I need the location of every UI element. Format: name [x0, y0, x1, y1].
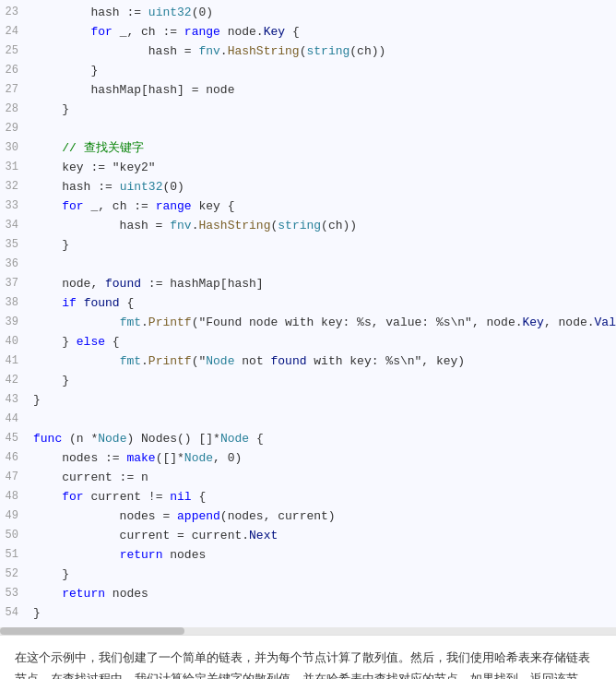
code-line: 46 nodes := make([]*Node, 0): [0, 449, 616, 469]
line-number: 27: [0, 81, 33, 99]
code-line: 42 }: [0, 372, 616, 391]
line-code: } else {: [33, 333, 609, 352]
line-number: 25: [0, 42, 33, 60]
code-line: 23 hash := uint32(0): [0, 4, 616, 23]
code-line: 30 // 查找关键字: [0, 139, 616, 159]
line-number: 49: [0, 507, 33, 525]
line-code: }: [33, 604, 609, 624]
line-code: hash := uint32(0): [33, 4, 609, 23]
line-number: 44: [0, 411, 33, 428]
code-line: 41 fmt.Printf("Node not found with key: …: [0, 352, 616, 372]
line-code: return nodes: [33, 546, 609, 566]
line-code: // 查找关键字: [33, 139, 609, 159]
line-number: 39: [0, 314, 33, 331]
code-line: 39 fmt.Printf("Found node with key: %s, …: [0, 314, 616, 333]
line-code: }: [33, 372, 609, 391]
code-line: 36: [0, 256, 616, 275]
line-code: for _, ch := range key {: [33, 197, 609, 217]
scrollbar[interactable]: [0, 627, 616, 635]
line-number: 47: [0, 469, 33, 486]
code-line: 47 current := n: [0, 469, 616, 488]
line-code: return nodes: [33, 585, 609, 604]
line-number: 35: [0, 236, 33, 254]
code-line: 32 hash := uint32(0): [0, 178, 616, 197]
line-number: 23: [0, 4, 33, 21]
line-code: key := "key2": [33, 159, 609, 178]
line-code: }: [33, 101, 609, 120]
line-number: 29: [0, 120, 33, 137]
code-line: 27 hashMap[hash] = node: [0, 81, 616, 101]
code-line: 43}: [0, 391, 616, 411]
line-number: 30: [0, 139, 33, 157]
line-number: 36: [0, 256, 33, 273]
code-line: 52 }: [0, 566, 616, 585]
code-line: 51 return nodes: [0, 546, 616, 566]
code-line: 54}: [0, 604, 616, 624]
line-number: 42: [0, 372, 33, 389]
code-line: 26 }: [0, 62, 616, 81]
line-code: for _, ch := range node.Key {: [33, 23, 609, 42]
code-line: 45func (n *Node) Nodes() []*Node {: [0, 430, 616, 449]
line-number: 50: [0, 527, 33, 544]
code-line: 31 key := "key2": [0, 159, 616, 178]
code-line: 35 }: [0, 236, 616, 256]
line-number: 37: [0, 275, 33, 292]
line-number: 48: [0, 488, 33, 506]
code-line: 49 nodes = append(nodes, current): [0, 507, 616, 527]
code-line: 48 for current != nil {: [0, 488, 616, 507]
line-code: node, found := hashMap[hash]: [33, 275, 609, 294]
line-number: 38: [0, 294, 33, 312]
line-code: fmt.Printf("Found node with key: %s, val…: [33, 314, 616, 333]
line-number: 24: [0, 23, 33, 41]
line-number: 33: [0, 197, 33, 215]
line-code: hash = fnv.HashString(string(ch)): [33, 217, 609, 236]
line-number: 53: [0, 585, 33, 602]
line-number: 34: [0, 217, 33, 234]
code-line: 29: [0, 120, 616, 139]
code-line: 44: [0, 411, 616, 430]
line-number: 51: [0, 546, 33, 564]
code-line: 40 } else {: [0, 333, 616, 352]
code-line: 53 return nodes: [0, 585, 616, 604]
code-line: 38 if found {: [0, 294, 616, 314]
code-container: 23 hash := uint32(0)24 for _, ch := rang…: [0, 0, 616, 635]
line-code: func (n *Node) Nodes() []*Node {: [33, 430, 609, 449]
line-code: if found {: [33, 294, 609, 314]
line-number: 26: [0, 62, 33, 79]
line-code: hash := uint32(0): [33, 178, 609, 197]
code-line: 34 hash = fnv.HashString(string(ch)): [0, 217, 616, 236]
code-line: 28 }: [0, 101, 616, 120]
line-code: nodes = append(nodes, current): [33, 507, 609, 527]
line-number: 28: [0, 101, 33, 118]
code-line: 24 for _, ch := range node.Key {: [0, 23, 616, 42]
code-line: 37 node, found := hashMap[hash]: [0, 275, 616, 294]
line-number: 45: [0, 430, 33, 447]
line-number: 43: [0, 391, 33, 409]
description-text: 在这个示例中，我们创建了一个简单的链表，并为每个节点计算了散列值。然后，我们使用…: [0, 635, 616, 679]
line-number: 40: [0, 333, 33, 351]
code-line: 50 current = current.Next: [0, 527, 616, 546]
line-number: 32: [0, 178, 33, 196]
line-code: }: [33, 236, 609, 256]
code-block: 23 hash := uint32(0)24 for _, ch := rang…: [0, 0, 616, 627]
line-code: fmt.Printf("Node not found with key: %s\…: [33, 352, 609, 372]
line-code: }: [33, 391, 609, 411]
line-code: hashMap[hash] = node: [33, 81, 609, 101]
line-code: current = current.Next: [33, 527, 609, 546]
line-number: 31: [0, 159, 33, 176]
line-number: 46: [0, 449, 33, 467]
line-code: hash = fnv.HashString(string(ch)): [33, 42, 609, 62]
scrollbar-thumb[interactable]: [0, 627, 184, 635]
line-number: 54: [0, 604, 33, 622]
line-code: current := n: [33, 469, 609, 488]
line-code: }: [33, 566, 609, 585]
line-number: 52: [0, 566, 33, 583]
line-number: 41: [0, 352, 33, 370]
code-line: 25 hash = fnv.HashString(string(ch)): [0, 42, 616, 62]
line-code: for current != nil {: [33, 488, 609, 507]
line-code: }: [33, 62, 609, 81]
code-line: 33 for _, ch := range key {: [0, 197, 616, 217]
line-code: nodes := make([]*Node, 0): [33, 449, 609, 469]
